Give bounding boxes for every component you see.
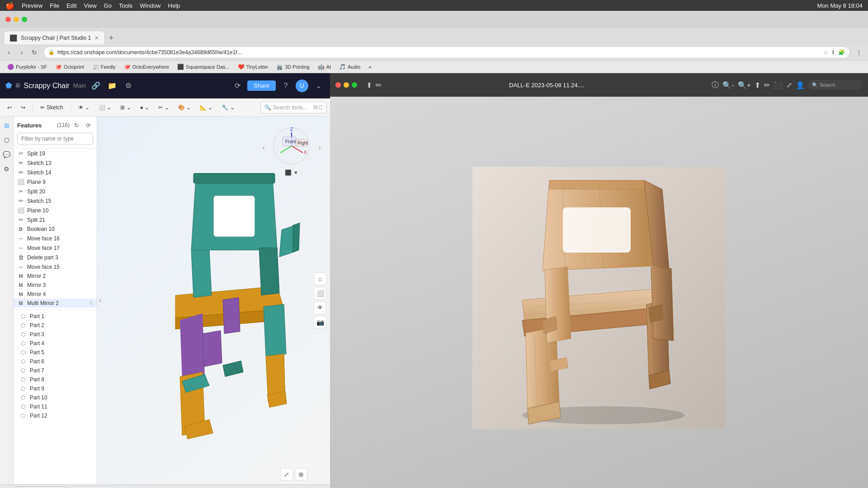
view-mode-button[interactable]: 👁 ⌄ <box>75 101 93 114</box>
minimize-button[interactable] <box>14 17 19 22</box>
preview-menu[interactable]: Preview <box>22 2 42 9</box>
view-menu[interactable]: View <box>84 2 97 9</box>
feature-filter-input[interactable] <box>17 133 93 145</box>
share-button[interactable]: Share <box>247 80 276 91</box>
preview-close-button[interactable] <box>335 82 341 88</box>
home-view-button[interactable]: ⌂ <box>314 272 326 285</box>
bookmark-purpleair[interactable]: 🟣PurpleAir - SF <box>4 63 51 71</box>
list-item[interactable]: ⬡Part 7 <box>17 366 97 375</box>
screenshot-button[interactable]: 📷 <box>314 316 326 328</box>
bookmark-feedly[interactable]: 📰Feedly <box>89 63 119 71</box>
preview-info-icon[interactable]: ⓘ <box>712 80 719 90</box>
regenerate-icon[interactable]: ↻ <box>71 120 81 130</box>
list-item[interactable]: ⬡Part 11 <box>17 402 97 411</box>
list-item[interactable]: ⬜Plane 10 <box>14 206 97 215</box>
share-icon[interactable]: ⬆ <box>831 49 835 56</box>
appearance-button[interactable]: ● ⌄ <box>137 101 153 114</box>
browser-tab[interactable]: ⬛ Scrappy Chair | Part Studio 1 ✕ <box>4 31 105 44</box>
list-item[interactable]: ⬡Part 6 <box>17 357 97 366</box>
solid-mode-button[interactable]: ⬜ ⌄ <box>95 101 115 114</box>
redo-button[interactable]: ↪ <box>17 101 29 114</box>
list-item[interactable]: ✂Split 20 <box>14 187 97 196</box>
section-button[interactable]: ✂ ⌄ <box>155 101 172 114</box>
close-button[interactable] <box>5 17 11 22</box>
list-item[interactable]: ⬡Part 8 <box>17 375 97 384</box>
preview-maximize-button[interactable] <box>352 82 357 88</box>
fit-all-button[interactable]: ⤢ <box>280 468 293 481</box>
preview-sidebar-icon[interactable]: ⬛ <box>774 81 783 89</box>
move-face-15-item[interactable]: ↔Move face 15 <box>14 262 97 272</box>
list-item[interactable]: MMirror 4 <box>14 290 97 299</box>
bookmark-tinyletter[interactable]: ❤️TinyLetter <box>234 63 272 71</box>
user-avatar[interactable]: U <box>296 80 308 92</box>
bookmark-ai[interactable]: 🤖AI <box>314 63 335 71</box>
preview-zoom-out-icon[interactable]: 🔍- <box>722 81 734 89</box>
list-item[interactable]: BBoolean 10 <box>14 225 97 234</box>
help-icon[interactable]: ? <box>279 80 292 92</box>
tab-close-button[interactable]: ✕ <box>94 35 99 41</box>
comments-icon[interactable]: 💬 <box>1 149 12 160</box>
list-item[interactable]: ✏Sketch 14 <box>14 168 97 177</box>
browser-menu-button[interactable]: ⋮ <box>854 47 864 58</box>
render-button[interactable]: 🎨 ⌄ <box>175 101 194 114</box>
list-item[interactable]: ⬡Part 12 <box>17 411 97 420</box>
perspective-button[interactable]: ⬜ <box>314 287 326 300</box>
bookmark-squarespace[interactable]: ⬛Squarespace Das... <box>174 63 233 71</box>
list-item[interactable]: ⬡Part 3 <box>17 330 97 339</box>
part-studio-tab[interactable]: ⬜ Part Studio 1 <box>15 487 66 488</box>
star-icon[interactable]: ☆ <box>823 49 828 56</box>
preview-person-icon[interactable]: 👤 <box>796 81 805 89</box>
list-item[interactable]: MMirror 2 <box>14 272 97 281</box>
list-item[interactable]: ✂Split 21 <box>14 215 97 225</box>
sync-icon[interactable]: ⟳ <box>231 80 244 92</box>
gizmo-right-arrow[interactable]: › <box>318 143 321 152</box>
3d-viewport[interactable]: Z X Front Right ‹ › ⬛ <box>97 117 330 484</box>
gizmo-left-arrow[interactable]: ‹ <box>262 143 265 152</box>
help-menu[interactable]: Help <box>168 2 180 9</box>
zoom-button[interactable]: ⊕ <box>295 468 307 481</box>
link-icon[interactable]: 🔗 <box>90 80 102 92</box>
preview-edit-icon[interactable]: ✏ <box>764 81 770 89</box>
assembly-tab[interactable]: ⚙ Assembly 1 <box>68 487 114 488</box>
list-item[interactable]: ⬡Part 1 <box>17 312 97 321</box>
address-bar[interactable]: 🔒 https://cad.onshape.com/documents/4cbe… <box>43 47 850 58</box>
file-menu[interactable]: File <box>50 2 59 9</box>
preview-minimize-button[interactable] <box>344 82 349 88</box>
window-menu[interactable]: Window <box>140 2 160 9</box>
preview-share-icon[interactable]: ⬆ <box>366 81 372 89</box>
back-button[interactable]: ‹ <box>4 47 14 58</box>
bookmark-more[interactable]: » <box>365 63 375 70</box>
settings-icon[interactable]: ⚙ <box>122 80 135 92</box>
move-face-17-item[interactable]: ↔Move face 17 <box>14 243 97 253</box>
list-item[interactable]: ⬡Part 2 <box>17 321 97 330</box>
list-item[interactable]: ⬡Part 10 <box>17 393 97 402</box>
view-options-button[interactable]: 👁 <box>314 301 326 314</box>
extension-icon[interactable]: 🧩 <box>838 49 845 56</box>
refresh-button[interactable]: ↻ <box>29 47 40 58</box>
viewport-left-arrow[interactable]: ‹ <box>99 296 101 305</box>
preview-zoom-in-icon[interactable]: 🔍+ <box>738 81 751 89</box>
edit-menu[interactable]: Edit <box>66 2 76 9</box>
list-item[interactable]: ⬜Plane 9 <box>14 177 97 187</box>
list-item[interactable]: ⬡Part 9 <box>17 384 97 393</box>
preview-search-bar[interactable]: 🔍 Search <box>808 80 863 90</box>
preview-share-out-icon[interactable]: ⬆ <box>755 81 760 89</box>
preview-markup-icon[interactable]: ✏ <box>376 81 382 89</box>
tools-menu[interactable]: Tools <box>119 2 132 9</box>
maximize-button[interactable] <box>22 17 27 22</box>
list-item[interactable]: ✂Split 19 <box>14 149 97 158</box>
sketch-button[interactable]: ✏ Sketch <box>37 101 67 114</box>
list-item[interactable]: MMirror 3 <box>14 281 97 290</box>
list-item[interactable]: ✏Sketch 13 <box>14 158 97 168</box>
list-item[interactable]: 🗑Delete part 3 <box>14 253 97 262</box>
multi-mirror-2-item[interactable]: M Multi Mirror 2 ⠿ <box>14 299 97 308</box>
bookmark-audio[interactable]: 🎵Audio <box>335 63 364 71</box>
parts-icon[interactable]: ⬡ <box>1 135 12 145</box>
measure-button[interactable]: 📐 ⌄ <box>196 101 216 114</box>
folder-icon[interactable]: 📁 <box>106 80 118 92</box>
move-face-16-item[interactable]: ↔Move face 16 <box>14 234 97 243</box>
grid-button[interactable]: ⊞ ⌄ <box>117 101 134 114</box>
expand-icon[interactable]: ⌄ <box>312 80 325 92</box>
feature-tree-icon[interactable]: ⊞ <box>1 120 12 131</box>
search-tools-input[interactable]: 🔍 Search tools... ⌘C <box>260 102 326 113</box>
